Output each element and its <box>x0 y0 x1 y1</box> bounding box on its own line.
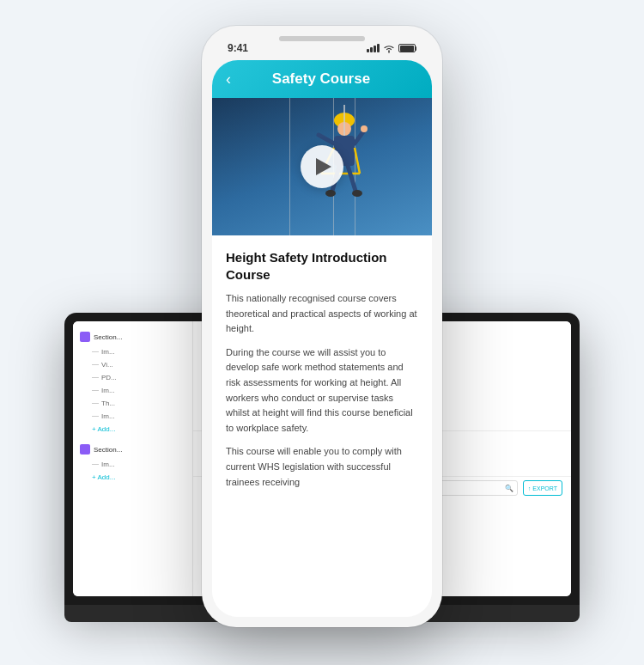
sidebar-item-im4[interactable]: Im... <box>73 458 192 471</box>
wifi-icon <box>383 43 395 53</box>
sidebar-item-im1[interactable]: Im... <box>73 345 192 358</box>
battery-icon <box>398 44 416 52</box>
phone-shell: 9:41 <box>202 26 442 627</box>
sidebar-item-th[interactable]: Th... <box>73 397 192 410</box>
course-heading: Height Safety Introduction Course <box>226 249 418 283</box>
laptop-sidebar: Section... Im... Vi... PD... Im... Th...… <box>73 321 193 596</box>
sidebar-section-icon-2 <box>80 444 90 455</box>
export-button[interactable]: ↑ EXPORT <box>523 480 562 496</box>
sidebar-section-icon-1 <box>80 332 90 342</box>
rope-line-1 <box>289 98 290 235</box>
svg-line-8 <box>319 135 334 143</box>
course-description: Height Safety Introduction Course This n… <box>212 235 432 617</box>
export-arrow-icon: ↑ <box>528 485 532 491</box>
phone-screen-title: Safety Course <box>241 70 401 88</box>
phone-app-header: ‹ Safety Course <box>212 60 432 98</box>
sidebar-add-1[interactable]: + Add... <box>73 423 192 436</box>
svg-line-9 <box>355 131 364 143</box>
sidebar-item-im2[interactable]: Im... <box>73 384 192 397</box>
svg-point-10 <box>361 125 368 132</box>
sidebar-add-2[interactable]: + Add... <box>73 471 192 484</box>
course-para-2: During the course we will assist you to … <box>226 345 418 436</box>
signal-icon <box>367 44 380 52</box>
sidebar-item-pd[interactable]: PD... <box>73 371 192 384</box>
svg-line-12 <box>348 166 355 191</box>
play-icon <box>316 158 331 175</box>
phone-device: 9:41 <box>202 26 442 627</box>
course-para-3: This course will enable you to comply wi… <box>226 444 418 490</box>
svg-point-13 <box>325 190 336 197</box>
back-button[interactable]: ‹ <box>226 71 231 87</box>
sidebar-section-1: Section... <box>73 328 192 345</box>
phone-status-icons <box>367 43 416 53</box>
course-para-1: This nationally recognised course covers… <box>226 291 418 337</box>
sidebar-item-im3[interactable]: Im... <box>73 410 192 423</box>
sidebar-section-2: Section... <box>73 441 192 458</box>
export-label: EXPORT <box>532 485 557 491</box>
search-icon: 🔍 <box>505 485 513 492</box>
svg-point-14 <box>352 190 362 197</box>
course-video-thumbnail[interactable] <box>212 98 432 235</box>
sidebar-item-vi[interactable]: Vi... <box>73 358 192 371</box>
phone-screen: ‹ Safety Course <box>212 60 432 617</box>
sidebar-section-label-2: Section... <box>94 446 122 454</box>
sidebar-section-label-1: Section... <box>94 333 122 341</box>
phone-notch <box>279 36 365 41</box>
play-button[interactable] <box>301 145 343 188</box>
svg-line-6 <box>355 148 360 174</box>
phone-time: 9:41 <box>228 42 248 54</box>
